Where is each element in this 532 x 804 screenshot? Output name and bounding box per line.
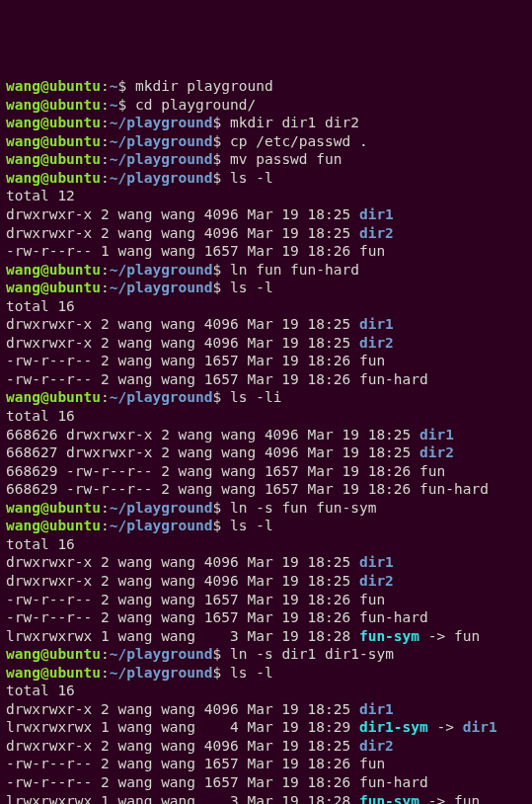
terminal-line: wang@ubuntu:~/playground$ ls -l — [6, 517, 526, 535]
total-line: total 16 — [6, 408, 75, 424]
command: cp /etc/passwd . — [230, 133, 368, 149]
terminal-line: wang@ubuntu:~/playground$ ls -l — [6, 279, 526, 297]
terminal-line: drwxrwxr-x 2 wang wang 4096 Mar 19 18:25… — [6, 205, 526, 224]
total-line: total 16 — [6, 536, 75, 552]
command: mv passwd fun — [230, 151, 342, 167]
file-name: dir2 — [419, 444, 454, 460]
file-name: dir1 — [359, 316, 394, 332]
file-name: fun — [359, 756, 385, 771]
terminal-line: wang@ubuntu:~/playground$ ls -li — [6, 388, 526, 407]
command: ls -l — [230, 280, 273, 295]
command: ln fun fun-hard — [230, 262, 359, 278]
terminal-line: -rw-r--r-- 1 wang wang 1657 Mar 19 18:26… — [6, 242, 526, 261]
terminal-line: drwxrwxr-x 2 wang wang 4096 Mar 19 18:25… — [6, 737, 526, 756]
command: ln -s dir1 dir1-sym — [230, 646, 394, 662]
command: mkdir dir1 dir2 — [230, 115, 359, 130]
terminal-line: wang@ubuntu:~/playground$ ln -s fun fun-… — [6, 499, 526, 518]
terminal-line: lrwxrwxrwx 1 wang wang 3 Mar 19 18:28 fu… — [6, 627, 526, 646]
file-name: fun-hard — [359, 609, 428, 625]
terminal-line: wang@ubuntu:~/playground$ cp /etc/passwd… — [6, 132, 526, 151]
terminal-line: wang@ubuntu:~$ mkdir playground — [6, 77, 526, 96]
terminal-line: wang@ubuntu:~/playground$ ln -s dir1 dir… — [6, 645, 526, 664]
command: ln -s fun fun-sym — [230, 500, 376, 516]
terminal-line: wang@ubuntu:~$ cd playground/ — [6, 96, 526, 115]
terminal-line: wang@ubuntu:~/playground$ mv passwd fun — [6, 150, 526, 169]
terminal-line: -rw-r--r-- 2 wang wang 1657 Mar 19 18:26… — [6, 773, 526, 792]
command: ls -l — [230, 665, 273, 681]
terminal-line: lrwxrwxrwx 1 wang wang 3 Mar 19 18:28 fu… — [6, 792, 526, 804]
terminal-line: wang@ubuntu:~/playground$ ls -l — [6, 664, 526, 683]
terminal-line: wang@ubuntu:~/playground$ ls -l — [6, 169, 526, 188]
file-name: dir2 — [359, 335, 394, 351]
symlink-target: fun — [454, 628, 480, 644]
command: ls -l — [230, 518, 273, 533]
terminal-line: drwxrwxr-x 2 wang wang 4096 Mar 19 18:25… — [6, 553, 526, 572]
terminal[interactable]: wang@ubuntu:~$ mkdir playgroundwang@ubun… — [6, 77, 526, 804]
symlink-arrow: -> — [428, 719, 463, 735]
terminal-line: lrwxrwxrwx 1 wang wang 4 Mar 19 18:29 di… — [6, 718, 526, 737]
terminal-line: total 16 — [6, 682, 526, 700]
file-name: fun-hard — [359, 774, 428, 790]
terminal-line: -rw-r--r-- 2 wang wang 1657 Mar 19 18:26… — [6, 352, 526, 370]
symlink-target: fun — [454, 793, 480, 804]
file-name: dir1-sym — [359, 719, 428, 735]
terminal-line: total 16 — [6, 297, 526, 316]
terminal-line: -rw-r--r-- 2 wang wang 1657 Mar 19 18:26… — [6, 755, 526, 773]
terminal-line: wang@ubuntu:~/playground$ ln fun fun-har… — [6, 261, 526, 280]
terminal-line: drwxrwxr-x 2 wang wang 4096 Mar 19 18:25… — [6, 572, 526, 591]
terminal-line: drwxrwxr-x 2 wang wang 4096 Mar 19 18:25… — [6, 700, 526, 719]
file-name: fun-hard — [359, 371, 428, 387]
file-name: fun — [359, 353, 385, 368]
terminal-line: drwxrwxr-x 2 wang wang 4096 Mar 19 18:25… — [6, 315, 526, 334]
terminal-line: 668629 -rw-r--r-- 2 wang wang 1657 Mar 1… — [6, 480, 526, 499]
file-name: fun — [359, 243, 385, 259]
terminal-line: -rw-r--r-- 2 wang wang 1657 Mar 19 18:26… — [6, 370, 526, 389]
terminal-line: 668627 drwxrwxr-x 2 wang wang 4096 Mar 1… — [6, 443, 526, 462]
command: ls -li — [230, 389, 281, 405]
file-name: fun-sym — [359, 628, 419, 644]
command: ls -l — [230, 170, 273, 186]
terminal-line: drwxrwxr-x 2 wang wang 4096 Mar 19 18:25… — [6, 334, 526, 353]
file-name: dir2 — [359, 225, 394, 241]
symlink-target: dir1 — [463, 719, 497, 735]
file-name: fun-sym — [359, 793, 419, 804]
total-line: total 16 — [6, 683, 75, 698]
total-line: total 12 — [6, 188, 75, 203]
terminal-line: -rw-r--r-- 2 wang wang 1657 Mar 19 18:26… — [6, 591, 526, 609]
file-name: dir1 — [359, 554, 394, 570]
terminal-line: 668626 drwxrwxr-x 2 wang wang 4096 Mar 1… — [6, 426, 526, 444]
terminal-line: 668629 -rw-r--r-- 2 wang wang 1657 Mar 1… — [6, 462, 526, 481]
file-name: dir1 — [359, 206, 394, 222]
terminal-line: total 16 — [6, 407, 526, 426]
file-name: fun-hard — [419, 481, 489, 497]
file-name: dir2 — [359, 738, 394, 754]
terminal-line: total 16 — [6, 535, 526, 554]
file-name: dir1 — [419, 427, 454, 442]
file-name: fun — [359, 592, 385, 607]
terminal-line: -rw-r--r-- 2 wang wang 1657 Mar 19 18:26… — [6, 608, 526, 627]
terminal-line: total 12 — [6, 187, 526, 205]
file-name: dir2 — [359, 573, 394, 589]
file-name: fun — [419, 463, 445, 479]
command: mkdir playground — [135, 78, 273, 94]
total-line: total 16 — [6, 298, 75, 314]
symlink-arrow: -> — [419, 793, 454, 804]
terminal-line: wang@ubuntu:~/playground$ mkdir dir1 dir… — [6, 114, 526, 132]
command: cd playground/ — [135, 97, 256, 113]
symlink-arrow: -> — [419, 628, 454, 644]
terminal-line: drwxrwxr-x 2 wang wang 4096 Mar 19 18:25… — [6, 224, 526, 243]
file-name: dir1 — [359, 701, 394, 717]
